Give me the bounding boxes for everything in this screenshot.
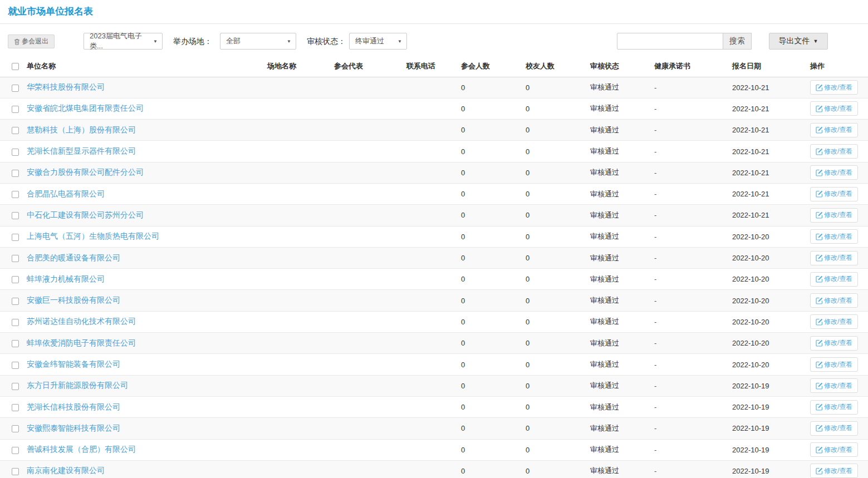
cell-delegate bbox=[334, 439, 406, 460]
cell-attendee-count: 0 bbox=[461, 460, 526, 478]
table-row: 安徽金纬智能装备有限公司 0 0 审核通过 - 2022-10-20 修改/查看 bbox=[0, 354, 868, 375]
row-checkbox[interactable] bbox=[12, 234, 19, 241]
cell-alumni-count: 0 bbox=[526, 183, 590, 204]
edit-view-label: 修改/查看 bbox=[824, 147, 852, 156]
company-link[interactable]: 安徽合力股份有限公司配件分公司 bbox=[27, 167, 144, 176]
row-checkbox[interactable] bbox=[12, 425, 19, 432]
row-checkbox[interactable] bbox=[12, 319, 19, 326]
cell-unit-name: 中石化工建设有限公司苏州分公司 bbox=[27, 205, 267, 226]
audit-select[interactable]: 终审通过 ▼ bbox=[349, 33, 407, 50]
company-link[interactable]: 安徽金纬智能装备有限公司 bbox=[27, 359, 120, 368]
edit-view-button[interactable]: 修改/查看 bbox=[810, 123, 858, 137]
edit-view-button[interactable]: 修改/查看 bbox=[810, 421, 858, 436]
table-row: 上海电气（五河）生物质热电有限公司 0 0 审核通过 - 2022-10-20 … bbox=[0, 226, 868, 247]
company-link[interactable]: 安徽熙泰智能科技有限公司 bbox=[27, 423, 120, 432]
edit-view-button[interactable]: 修改/查看 bbox=[810, 293, 858, 308]
search-input[interactable] bbox=[617, 33, 723, 50]
cell-checkbox bbox=[0, 375, 27, 396]
cell-venue-name bbox=[267, 162, 334, 183]
edit-view-label: 修改/查看 bbox=[824, 189, 852, 199]
row-checkbox[interactable] bbox=[12, 298, 19, 305]
row-checkbox[interactable] bbox=[12, 404, 19, 411]
chevron-down-icon: ▼ bbox=[153, 39, 158, 44]
edit-view-button[interactable]: 修改/查看 bbox=[810, 400, 858, 415]
row-checkbox[interactable] bbox=[12, 85, 19, 92]
company-link[interactable]: 蚌埠依爱消防电子有限责任公司 bbox=[27, 338, 136, 347]
row-checkbox[interactable] bbox=[12, 468, 19, 475]
cell-attendee-count: 0 bbox=[461, 77, 526, 98]
cell-actions: 修改/查看 bbox=[810, 375, 868, 396]
edit-view-button[interactable]: 修改/查看 bbox=[810, 336, 858, 351]
table-row: 芜湖长信新型显示器件有限公司 0 0 审核通过 - 2022-10-21 修改/… bbox=[0, 141, 868, 162]
cell-alumni-count: 0 bbox=[526, 98, 590, 119]
row-checkbox[interactable] bbox=[12, 106, 19, 113]
table-row: 合肥晶弘电器有限公司 0 0 审核通过 - 2022-10-21 修改/查看 bbox=[0, 183, 868, 204]
company-link[interactable]: 安徽省皖北煤电集团有限责任公司 bbox=[27, 104, 144, 112]
venue-select-value: 全部 bbox=[226, 36, 241, 46]
edit-view-button[interactable]: 修改/查看 bbox=[810, 272, 858, 287]
row-checkbox[interactable] bbox=[12, 212, 19, 219]
cell-register-date: 2022-10-21 bbox=[732, 205, 810, 226]
cell-checkbox bbox=[0, 247, 27, 268]
edit-icon bbox=[816, 318, 823, 326]
company-link[interactable]: 合肥美的暖通设备有限公司 bbox=[27, 253, 120, 262]
row-checkbox[interactable] bbox=[12, 127, 19, 134]
edit-view-button[interactable]: 修改/查看 bbox=[810, 357, 858, 372]
cell-health-letter: - bbox=[654, 439, 732, 460]
row-checkbox[interactable] bbox=[12, 383, 19, 390]
table-row: 安徽巨一科技股份有限公司 0 0 审核通过 - 2022-10-20 修改/查看 bbox=[0, 290, 868, 311]
cell-register-date: 2022-10-21 bbox=[732, 98, 810, 119]
cell-checkbox bbox=[0, 269, 27, 290]
company-link[interactable]: 华荣科技股份有限公司 bbox=[27, 82, 105, 91]
search-button[interactable]: 搜索 bbox=[723, 33, 752, 50]
company-link[interactable]: 上海电气（五河）生物质热电有限公司 bbox=[27, 231, 159, 240]
edit-view-button[interactable]: 修改/查看 bbox=[810, 251, 858, 265]
edit-icon bbox=[816, 190, 823, 198]
table-row: 安徽省皖北煤电集团有限责任公司 0 0 审核通过 - 2022-10-21 修改… bbox=[0, 98, 868, 119]
row-checkbox[interactable] bbox=[12, 191, 19, 198]
edit-view-button[interactable]: 修改/查看 bbox=[810, 314, 858, 329]
edit-view-button[interactable]: 修改/查看 bbox=[810, 464, 858, 478]
session-select[interactable]: 2023届电气电子类... ▼ bbox=[84, 33, 163, 50]
cell-delegate bbox=[334, 247, 406, 268]
company-link[interactable]: 合肥晶弘电器有限公司 bbox=[27, 189, 105, 198]
edit-view-button[interactable]: 修改/查看 bbox=[810, 229, 858, 244]
edit-icon bbox=[816, 403, 823, 411]
company-link[interactable]: 中石化工建设有限公司苏州分公司 bbox=[27, 210, 144, 219]
row-checkbox[interactable] bbox=[12, 255, 19, 262]
cell-unit-name: 芜湖长信新型显示器件有限公司 bbox=[27, 141, 267, 162]
edit-view-button[interactable]: 修改/查看 bbox=[810, 144, 858, 159]
company-link[interactable]: 安徽巨一科技股份有限公司 bbox=[27, 295, 120, 304]
venue-select[interactable]: 全部 ▼ bbox=[220, 33, 296, 50]
row-checkbox[interactable] bbox=[12, 276, 19, 283]
cell-health-letter: - bbox=[654, 120, 732, 141]
company-link[interactable]: 蚌埠液力机械有限公司 bbox=[27, 274, 105, 283]
edit-view-button[interactable]: 修改/查看 bbox=[810, 208, 858, 223]
company-link[interactable]: 善诚科技发展（合肥）有限公司 bbox=[27, 445, 136, 454]
company-link[interactable]: 慧勒科技（上海）股份有限公司 bbox=[27, 125, 136, 134]
row-checkbox[interactable] bbox=[12, 340, 19, 347]
company-link[interactable]: 苏州诺达佳自动化技术有限公司 bbox=[27, 317, 136, 326]
row-checkbox[interactable] bbox=[12, 149, 19, 156]
select-all-checkbox[interactable] bbox=[12, 63, 19, 70]
row-checkbox[interactable] bbox=[12, 447, 19, 454]
row-checkbox[interactable] bbox=[12, 362, 19, 369]
company-link[interactable]: 南京南化建设有限公司 bbox=[27, 466, 105, 475]
registration-table: 单位名称 场地名称 参会代表 联系电话 参会人数 校友人数 审核状态 健康承诺书… bbox=[0, 56, 868, 478]
cell-phone bbox=[406, 354, 461, 375]
edit-view-button[interactable]: 修改/查看 bbox=[810, 187, 858, 201]
company-link[interactable]: 东方日升新能源股份有限公司 bbox=[27, 381, 128, 390]
edit-icon bbox=[816, 211, 823, 219]
row-checkbox[interactable] bbox=[12, 170, 19, 177]
cell-register-date: 2022-10-19 bbox=[732, 418, 810, 439]
company-link[interactable]: 芜湖长信新型显示器件有限公司 bbox=[27, 146, 136, 155]
company-link[interactable]: 芜湖长信科技股份有限公司 bbox=[27, 402, 120, 411]
edit-view-button[interactable]: 修改/查看 bbox=[810, 80, 858, 95]
edit-icon bbox=[816, 382, 823, 390]
export-file-button[interactable]: 导出文件 ▼ bbox=[769, 33, 828, 50]
edit-view-button[interactable]: 修改/查看 bbox=[810, 442, 858, 457]
exit-conference-button[interactable]: 参会退出 bbox=[8, 35, 55, 48]
edit-view-button[interactable]: 修改/查看 bbox=[810, 165, 858, 180]
edit-view-button[interactable]: 修改/查看 bbox=[810, 378, 858, 393]
edit-view-button[interactable]: 修改/查看 bbox=[810, 101, 858, 116]
